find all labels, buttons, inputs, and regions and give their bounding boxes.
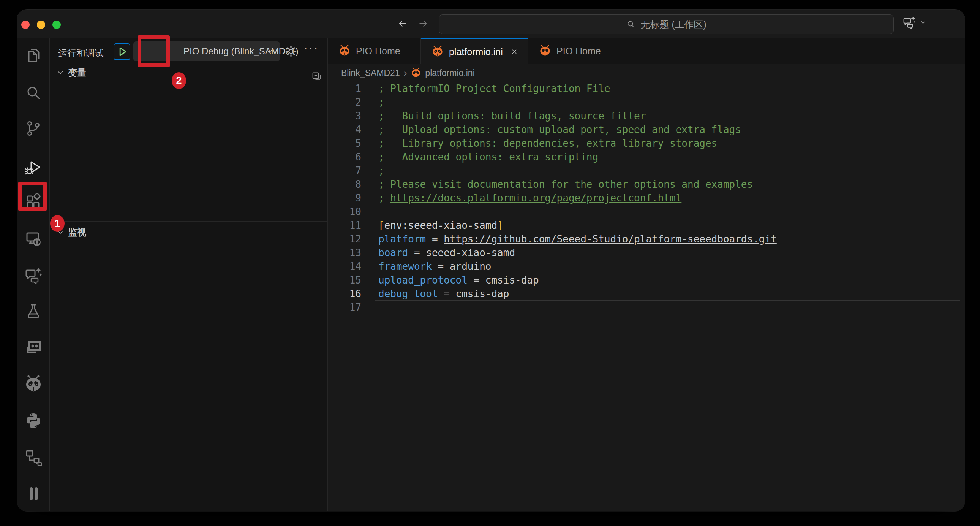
line-content: ; bbox=[378, 96, 384, 109]
minimize-window-button[interactable] bbox=[37, 21, 45, 29]
platformio-file-icon bbox=[339, 45, 351, 57]
command-center-search[interactable]: 无标题 (工作区) bbox=[439, 14, 894, 34]
code-line[interactable]: 12platform = https://github.com/Seeed-St… bbox=[328, 232, 965, 246]
org-nodes-icon bbox=[24, 448, 43, 467]
watch-section-label: 监视 bbox=[68, 226, 86, 238]
close-window-button[interactable] bbox=[21, 21, 30, 29]
code-line[interactable]: 15upload_protocol = cmsis-dap bbox=[328, 273, 965, 287]
breadcrumb[interactable]: Blink_SAMD21 › platformio.ini bbox=[328, 64, 965, 82]
token-value-link[interactable]: https://github.com/Seeed-Studio/platform… bbox=[444, 233, 777, 245]
line-content: ; Library options: dependencies, extra l… bbox=[378, 136, 717, 150]
chat-copilot-icon[interactable] bbox=[902, 16, 916, 29]
line-content: board = seeed-xiao-samd bbox=[378, 246, 515, 260]
code-line[interactable]: 17 bbox=[328, 301, 965, 314]
navigate-forward-icon[interactable] bbox=[417, 18, 429, 29]
chevron-down-icon bbox=[56, 228, 65, 237]
close-tab-icon[interactable] bbox=[511, 47, 518, 56]
token-value: seeed-xiao-samd bbox=[426, 247, 515, 258]
serial-monitor-icon bbox=[24, 338, 43, 357]
sidebar-item-source-control[interactable] bbox=[24, 120, 43, 137]
main-row: 运行和调试 PIO Debug (Blink_SAMD21) ··· 变量 bbox=[17, 38, 965, 511]
search-icon bbox=[24, 84, 43, 102]
play-icon bbox=[115, 44, 130, 59]
debug-configuration-dropdown[interactable]: PIO Debug (Blink_SAMD21) bbox=[133, 41, 280, 61]
line-number: 3 bbox=[328, 109, 361, 123]
line-number: 12 bbox=[328, 232, 361, 246]
token-comment-link[interactable]: https://docs.platformio.org/page/project… bbox=[390, 192, 681, 204]
section-divider bbox=[50, 221, 328, 222]
sidebar-item-serial-monitor[interactable] bbox=[24, 338, 43, 357]
code-editor[interactable]: 1; PlatformIO Project Configuration File… bbox=[328, 82, 965, 511]
line-number: 11 bbox=[328, 218, 361, 232]
code-line-current[interactable]: 16debug_tool = cmsis-dap bbox=[328, 287, 965, 301]
code-line[interactable]: 5; Library options: dependencies, extra … bbox=[328, 136, 965, 150]
extensions-icon bbox=[24, 193, 43, 211]
code-line[interactable]: 2; bbox=[328, 96, 965, 109]
sidebar-item-explorer[interactable] bbox=[24, 47, 43, 65]
code-line[interactable]: 8; Please visit documentation for the ot… bbox=[328, 177, 965, 191]
platformio-alien-icon bbox=[24, 375, 43, 394]
breadcrumb-file[interactable]: platformio.ini bbox=[425, 68, 474, 78]
code-line[interactable]: 11[env:seeed-xiao-samd] bbox=[328, 218, 965, 232]
workspace-title: 无标题 (工作区) bbox=[640, 18, 706, 31]
tab-platformio-ini[interactable]: platformio.ini bbox=[421, 38, 528, 64]
sidebar-item-platformio[interactable] bbox=[24, 375, 43, 394]
platformio-file-icon bbox=[410, 68, 421, 78]
sidebar-item-python[interactable] bbox=[24, 411, 43, 430]
sidebar-item-project-tasks[interactable] bbox=[24, 448, 43, 467]
zoom-window-button[interactable] bbox=[52, 21, 61, 29]
variables-section-header[interactable]: 变量 bbox=[50, 63, 328, 82]
token-comment: ; Upload options: custom upload port, sp… bbox=[378, 124, 741, 135]
code-line[interactable]: 3; Build options: build flags, source fi… bbox=[328, 109, 965, 123]
chevron-down-icon[interactable] bbox=[919, 19, 927, 26]
code-line[interactable]: 6; Advanced options: extra scripting bbox=[328, 150, 965, 164]
code-line[interactable]: 9; https://docs.platformio.org/page/proj… bbox=[328, 191, 965, 205]
line-content: ; Upload options: custom upload port, sp… bbox=[378, 123, 741, 136]
line-content: ; PlatformIO Project Configuration File bbox=[378, 82, 610, 96]
line-number: 1 bbox=[328, 82, 361, 96]
token-key: debug_tool bbox=[378, 288, 438, 300]
code-line[interactable]: 10 bbox=[328, 205, 965, 218]
line-number: 17 bbox=[328, 301, 361, 314]
chat-sparkle-icon bbox=[24, 266, 43, 285]
gear-icon[interactable] bbox=[285, 45, 298, 58]
tab-pio-home[interactable]: PIO Home bbox=[328, 38, 421, 64]
watch-section-header[interactable]: 监视 bbox=[50, 223, 328, 242]
token-comment: ; Build options: build flags, source fil… bbox=[378, 110, 646, 122]
token-op: = bbox=[468, 274, 485, 286]
code-line[interactable]: 7; bbox=[328, 164, 965, 177]
sidebar-item-run-and-debug[interactable] bbox=[24, 158, 43, 176]
debug-configuration-label: PIO Debug (Blink_SAMD21) bbox=[183, 46, 299, 57]
sidebar-item-extensions[interactable] bbox=[24, 193, 43, 211]
sidebar-item-search[interactable] bbox=[24, 84, 43, 102]
start-debugging-button[interactable] bbox=[114, 43, 130, 60]
source-control-icon bbox=[24, 120, 43, 137]
sidebar-item-pause[interactable] bbox=[24, 485, 43, 503]
token-comment: ; bbox=[378, 97, 384, 108]
line-number: 13 bbox=[328, 246, 361, 260]
line-content: ; Build options: build flags, source fil… bbox=[378, 109, 646, 123]
activity-bar bbox=[17, 38, 50, 511]
tab-label: PIO Home bbox=[356, 46, 400, 57]
code-line[interactable]: 14framework = arduino bbox=[328, 260, 965, 273]
sidebar-title: 运行和调试 bbox=[58, 47, 104, 59]
breadcrumb-folder[interactable]: Blink_SAMD21 bbox=[341, 68, 400, 78]
chevron-down-icon bbox=[56, 68, 65, 77]
token-bracket: ] bbox=[497, 220, 503, 231]
more-actions-button[interactable]: ··· bbox=[304, 40, 319, 55]
search-icon bbox=[626, 19, 636, 29]
line-number: 2 bbox=[328, 96, 361, 109]
code-line[interactable]: 13board = seeed-xiao-samd bbox=[328, 246, 965, 260]
sidebar-item-testing[interactable] bbox=[24, 302, 43, 320]
token-op: = bbox=[408, 247, 426, 258]
sidebar-item-remote-explorer[interactable] bbox=[24, 230, 43, 248]
code-line[interactable]: 1; PlatformIO Project Configuration File bbox=[328, 82, 965, 96]
line-content: [env:seeed-xiao-samd] bbox=[378, 218, 503, 232]
navigate-back-icon[interactable] bbox=[397, 18, 408, 29]
tab-pio-home[interactable]: PIO Home bbox=[528, 38, 623, 64]
token-comment: ; bbox=[378, 192, 390, 204]
code-line[interactable]: 4; Upload options: custom upload port, s… bbox=[328, 123, 965, 136]
collapse-all-icon[interactable] bbox=[311, 71, 322, 83]
line-number: 4 bbox=[328, 123, 361, 136]
sidebar-item-chat[interactable] bbox=[24, 266, 43, 285]
